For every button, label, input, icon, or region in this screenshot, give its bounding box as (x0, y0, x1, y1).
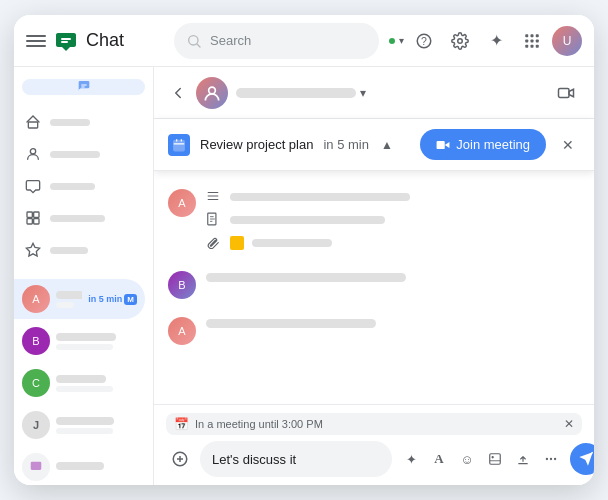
more-options-btn[interactable] (538, 446, 564, 472)
messages-area: A (154, 171, 594, 404)
sidebar-item-text-2 (56, 333, 137, 350)
svg-rect-35 (437, 140, 445, 148)
top-bar-right: ▾ ? ✦ (387, 25, 582, 57)
sidebar-avatar-5 (22, 453, 50, 481)
svg-marker-53 (579, 452, 592, 465)
svg-rect-6 (531, 34, 534, 37)
chat-header-info: ▾ (236, 86, 550, 100)
sidebar-item-home[interactable] (14, 107, 145, 137)
file-icon (206, 212, 222, 228)
sidebar-preview-bar-1 (56, 302, 74, 308)
msg-content-1 (206, 187, 580, 253)
join-meeting-button[interactable]: Join meeting (420, 129, 546, 160)
sidebar-item-rooms[interactable] (14, 203, 145, 233)
sidebar-item-text-3 (56, 375, 137, 392)
svg-rect-8 (525, 39, 528, 42)
help-icon[interactable]: ? (408, 25, 440, 57)
chat-label (50, 183, 95, 190)
sidebar-chat-item-4[interactable]: J (14, 405, 145, 445)
chat-header-chevron[interactable]: ▾ (360, 86, 366, 100)
sidebar-name-bar-4 (56, 417, 114, 425)
sidebar-chat-item-3[interactable]: C (14, 363, 145, 403)
svg-point-18 (30, 149, 35, 154)
main-body: A in 5 min M B (14, 67, 594, 485)
msg-text-bar-1a (230, 193, 410, 201)
chat-header-avatar (196, 77, 228, 109)
sidebar-item-text-1 (56, 291, 82, 308)
sidebar-preview-bar-3 (56, 386, 113, 392)
msg-text-bar-3a (206, 319, 376, 328)
media-btn[interactable] (482, 446, 508, 472)
svg-marker-23 (26, 243, 39, 256)
svg-marker-29 (569, 89, 574, 97)
people-icon (24, 145, 42, 163)
svg-rect-30 (174, 140, 185, 151)
upload-btn[interactable] (510, 446, 536, 472)
svg-rect-10 (536, 39, 539, 42)
settings-icon[interactable] (444, 25, 476, 57)
search-bar[interactable]: Search (174, 23, 379, 59)
msg-content-row-3 (206, 233, 580, 253)
sparkle-icon[interactable]: ✦ (480, 25, 512, 57)
message-input[interactable] (200, 441, 392, 477)
msg-avatar-2: B (168, 271, 196, 299)
svg-rect-22 (34, 219, 39, 224)
format-text-btn[interactable]: A (426, 446, 452, 472)
user-avatar[interactable]: U (552, 26, 582, 56)
close-banner-button[interactable]: ✕ (556, 133, 580, 157)
sidebar-item-people[interactable] (14, 139, 145, 169)
svg-point-27 (209, 87, 216, 94)
chat-header-name-bar (236, 88, 356, 98)
msg-text-bar-1c (252, 239, 332, 247)
msg-content-row-1 (206, 187, 580, 207)
svg-rect-21 (27, 219, 32, 224)
video-call-icon[interactable] (550, 77, 582, 109)
send-button[interactable] (570, 443, 594, 475)
svg-marker-34 (445, 142, 450, 148)
sidebar-item-text-5 (56, 462, 137, 473)
meeting-event-title: Review project plan (200, 137, 313, 152)
status-indicator[interactable]: ▾ (387, 35, 404, 46)
message-group-2: B (168, 269, 580, 299)
svg-rect-7 (536, 34, 539, 37)
sidebar-item-star[interactable] (14, 235, 145, 265)
sidebar-item-chat[interactable] (14, 171, 145, 201)
svg-rect-9 (531, 39, 534, 42)
google-chat-logo (54, 29, 78, 53)
meeting-time-label: in 5 min (323, 137, 369, 152)
svg-point-50 (546, 458, 548, 460)
sidebar-name-bar-2 (56, 333, 116, 341)
meeting-banner-chevron[interactable]: ▲ (381, 138, 393, 152)
sidebar-chat-item-1[interactable]: A in 5 min M (14, 279, 145, 319)
svg-text:?: ? (421, 34, 427, 46)
chat-area: ▾ (154, 67, 594, 485)
chat-list: A in 5 min M B (14, 277, 153, 485)
add-attachment-button[interactable] (166, 445, 194, 473)
input-row: ✦ A ☺ (166, 441, 582, 477)
emoji-btn[interactable]: ☺ (454, 446, 480, 472)
svg-rect-28 (559, 88, 570, 97)
sidebar-chat-item-2[interactable]: B (14, 321, 145, 361)
top-bar: Chat Search ▾ ? (14, 15, 594, 67)
sidebar-chat-item-5[interactable] (14, 447, 145, 485)
grid-icon[interactable] (516, 25, 548, 57)
home-icon (24, 113, 42, 131)
sidebar-name-bar-5 (56, 462, 104, 470)
chevron-down-icon: ▾ (399, 35, 404, 46)
svg-rect-5 (525, 34, 528, 37)
meeting-status-bar: 📅 In a meeting until 3:00 PM ✕ (166, 413, 582, 435)
app-window: Chat Search ▾ ? (14, 15, 594, 485)
app-title: Chat (86, 30, 124, 51)
meeting-status-close[interactable]: ✕ (564, 417, 574, 431)
svg-rect-24 (31, 462, 42, 470)
svg-point-51 (550, 458, 552, 460)
back-button[interactable] (166, 81, 190, 105)
svg-rect-11 (525, 44, 528, 47)
menu-icon[interactable] (26, 31, 46, 51)
meeting-banner-calendar-icon (168, 134, 190, 156)
chat-header: ▾ (154, 67, 594, 119)
sparkle-tool-btn[interactable]: ✦ (398, 446, 424, 472)
compose-button[interactable] (22, 79, 145, 95)
chat-icon (24, 177, 42, 195)
message-group-3: A (168, 315, 580, 345)
